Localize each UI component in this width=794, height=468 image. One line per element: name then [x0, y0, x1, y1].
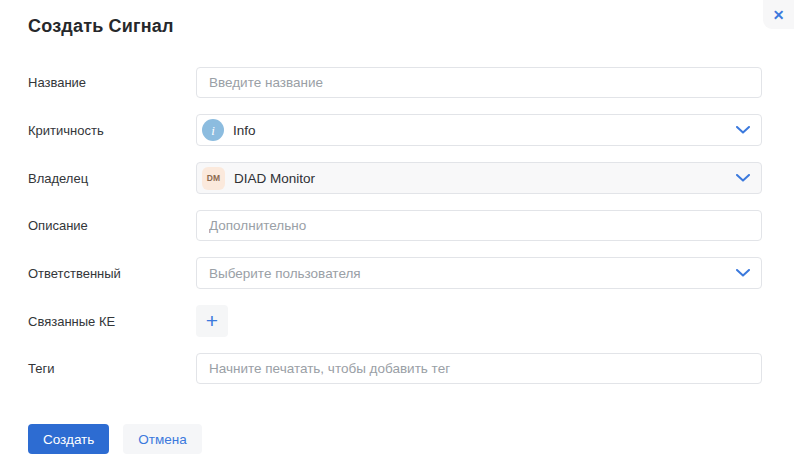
add-related-ci-button[interactable]: + [196, 305, 228, 337]
criticality-label: Критичность [28, 123, 196, 138]
plus-icon: + [206, 310, 218, 331]
criticality-value: Info [233, 123, 256, 138]
modal-header: Создать Сигнал [0, 0, 794, 37]
owner-value: DIAD Monitor [234, 171, 315, 186]
form-row-tags: Теги [28, 353, 762, 384]
owner-avatar-badge: DM [202, 167, 225, 190]
form-row-criticality: Критичность i Info [28, 114, 762, 146]
create-signal-form: Название Критичность i Info Владелец [0, 67, 794, 384]
related-ci-label: Связанные КЕ [28, 314, 196, 329]
close-button[interactable]: ✕ [763, 0, 794, 29]
info-severity-icon: i [202, 119, 224, 141]
name-input[interactable] [196, 67, 762, 98]
description-label: Описание [28, 218, 196, 233]
owner-select[interactable]: DM DIAD Monitor [196, 162, 762, 194]
description-input[interactable] [196, 210, 762, 241]
owner-label: Владелец [28, 171, 196, 186]
form-row-description: Описание [28, 210, 762, 241]
assignee-label: Ответственный [28, 266, 196, 281]
tags-label: Теги [28, 361, 196, 376]
page-title: Создать Сигнал [28, 16, 766, 37]
create-signal-modal: Создать Сигнал ✕ Название Критичность i … [0, 0, 794, 468]
form-row-related-ci: Связанные КЕ + [28, 305, 762, 337]
assignee-select[interactable]: Выберите пользователя [196, 257, 762, 289]
modal-footer: Создать Отмена [28, 424, 202, 454]
assignee-placeholder: Выберите пользователя [209, 266, 361, 281]
create-button[interactable]: Создать [28, 424, 109, 454]
criticality-select[interactable]: i Info [196, 114, 762, 146]
cancel-button[interactable]: Отмена [123, 424, 201, 454]
name-label: Название [28, 75, 196, 90]
form-row-owner: Владелец DM DIAD Monitor [28, 162, 762, 194]
close-icon: ✕ [773, 8, 785, 22]
form-row-name: Название [28, 67, 762, 98]
tags-input[interactable] [196, 353, 762, 384]
form-row-assignee: Ответственный Выберите пользователя [28, 257, 762, 289]
